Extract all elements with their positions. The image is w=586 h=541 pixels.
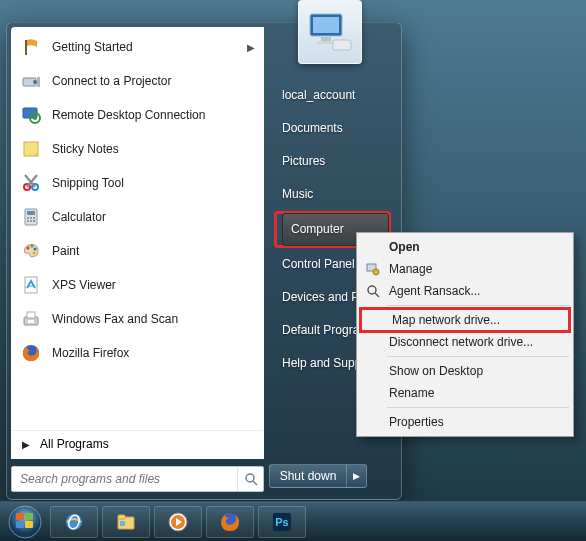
program-label: Windows Fax and Scan xyxy=(52,312,255,326)
ctx-map-network-drive[interactable]: Map network drive... xyxy=(359,307,571,333)
svg-rect-33 xyxy=(28,320,34,323)
computer-context-menu: Open Manage Agent Ransack... Map network… xyxy=(356,232,574,437)
svg-rect-21 xyxy=(33,217,35,219)
taskbar: Ps xyxy=(0,501,586,541)
program-label: Getting Started xyxy=(52,40,237,54)
ctx-rename[interactable]: Rename xyxy=(359,382,571,404)
program-snipping-tool[interactable]: Snipping Tool xyxy=(14,166,261,200)
program-label: Sticky Notes xyxy=(52,142,255,156)
svg-rect-50 xyxy=(120,521,125,526)
scissors-icon xyxy=(20,172,42,194)
svg-rect-32 xyxy=(27,312,35,318)
svg-text:Ps: Ps xyxy=(275,516,288,528)
all-programs-label: All Programs xyxy=(40,437,109,451)
program-sticky-notes[interactable]: Sticky Notes xyxy=(14,132,261,166)
windows-orb-icon xyxy=(8,505,42,539)
taskbar-media-player[interactable] xyxy=(154,506,202,538)
monitor-icon xyxy=(307,10,353,54)
svg-point-25 xyxy=(27,247,30,250)
svg-rect-49 xyxy=(118,515,125,519)
svg-rect-43 xyxy=(25,513,33,520)
svg-rect-8 xyxy=(37,77,40,87)
right-item-music[interactable]: Music xyxy=(274,178,391,211)
right-item-user[interactable]: local_account xyxy=(274,79,391,112)
chevron-right-icon: ▶ xyxy=(22,439,30,450)
svg-point-11 xyxy=(33,116,37,120)
svg-point-7 xyxy=(33,80,37,84)
xps-icon xyxy=(20,274,42,296)
projector-icon xyxy=(20,70,42,92)
shutdown-options-button[interactable]: ▶ xyxy=(347,464,367,488)
svg-rect-5 xyxy=(25,40,27,55)
taskbar-photoshop[interactable]: Ps xyxy=(258,506,306,538)
sticky-icon xyxy=(20,138,42,160)
ctx-disconnect-network-drive[interactable]: Disconnect network drive... xyxy=(359,331,571,353)
svg-point-38 xyxy=(373,269,379,275)
svg-point-26 xyxy=(31,245,34,248)
taskbar-ie[interactable] xyxy=(50,506,98,538)
svg-rect-20 xyxy=(30,217,32,219)
program-fax-scan[interactable]: Windows Fax and Scan xyxy=(14,302,261,336)
svg-point-28 xyxy=(33,252,36,255)
explorer-icon xyxy=(115,511,137,533)
program-xps-viewer[interactable]: XPS Viewer xyxy=(14,268,261,302)
svg-rect-12 xyxy=(24,142,38,156)
program-label: Paint xyxy=(52,244,255,258)
program-label: Connect to a Projector xyxy=(52,74,255,88)
fax-icon xyxy=(20,308,42,330)
ctx-open[interactable]: Open xyxy=(359,236,571,258)
svg-line-40 xyxy=(375,293,379,297)
taskbar-explorer[interactable] xyxy=(102,506,150,538)
photoshop-icon: Ps xyxy=(271,511,293,533)
taskbar-firefox[interactable] xyxy=(206,506,254,538)
program-connect-projector[interactable]: Connect to a Projector xyxy=(14,64,261,98)
program-getting-started[interactable]: Getting Started ▶ xyxy=(14,30,261,64)
start-menu: Getting Started ▶ Connect to a Projector… xyxy=(6,22,402,500)
firefox-icon xyxy=(219,511,241,533)
flag-icon xyxy=(20,36,42,58)
start-button[interactable] xyxy=(4,502,46,542)
program-calculator[interactable]: Calculator xyxy=(14,200,261,234)
user-picture-frame xyxy=(298,0,362,64)
svg-rect-1 xyxy=(313,17,339,33)
right-item-documents[interactable]: Documents xyxy=(274,112,391,145)
svg-rect-44 xyxy=(16,521,24,528)
program-label: XPS Viewer xyxy=(52,278,255,292)
svg-rect-3 xyxy=(317,41,335,44)
calc-icon xyxy=(20,206,42,228)
program-firefox[interactable]: Mozilla Firefox xyxy=(14,336,261,370)
chevron-right-icon: ▶ xyxy=(353,471,360,481)
wmp-icon xyxy=(167,511,189,533)
right-item-pictures[interactable]: Pictures xyxy=(274,145,391,178)
svg-rect-23 xyxy=(30,220,32,222)
ctx-properties[interactable]: Properties xyxy=(359,411,571,433)
search-box[interactable] xyxy=(11,466,264,492)
shutdown-button[interactable]: Shut down xyxy=(269,464,347,488)
svg-point-35 xyxy=(246,474,254,482)
ctx-separator xyxy=(387,356,569,357)
ctx-separator xyxy=(387,305,569,306)
ctx-agent-ransack[interactable]: Agent Ransack... xyxy=(359,280,571,302)
firefox-icon xyxy=(20,342,42,364)
ctx-manage[interactable]: Manage xyxy=(359,258,571,280)
svg-rect-24 xyxy=(33,220,35,222)
ctx-show-on-desktop[interactable]: Show on Desktop xyxy=(359,360,571,382)
svg-rect-4 xyxy=(333,40,351,50)
search-input[interactable] xyxy=(12,472,237,486)
svg-rect-18 xyxy=(27,211,35,215)
all-programs[interactable]: ▶ All Programs xyxy=(12,430,263,457)
start-menu-left-panel: Getting Started ▶ Connect to a Projector… xyxy=(11,27,264,459)
search-icon xyxy=(237,467,263,491)
svg-rect-42 xyxy=(16,513,24,520)
shutdown-row: Shut down ▶ xyxy=(269,464,393,488)
program-label: Remote Desktop Connection xyxy=(52,108,255,122)
program-label: Mozilla Firefox xyxy=(52,346,255,360)
chevron-right-icon: ▶ xyxy=(247,42,255,53)
program-remote-desktop[interactable]: Remote Desktop Connection xyxy=(14,98,261,132)
svg-rect-45 xyxy=(25,521,33,528)
program-paint[interactable]: Paint xyxy=(14,234,261,268)
manage-icon xyxy=(365,261,381,277)
svg-point-27 xyxy=(34,248,37,251)
recent-programs-list: Getting Started ▶ Connect to a Projector… xyxy=(12,28,263,430)
svg-rect-22 xyxy=(27,220,29,222)
